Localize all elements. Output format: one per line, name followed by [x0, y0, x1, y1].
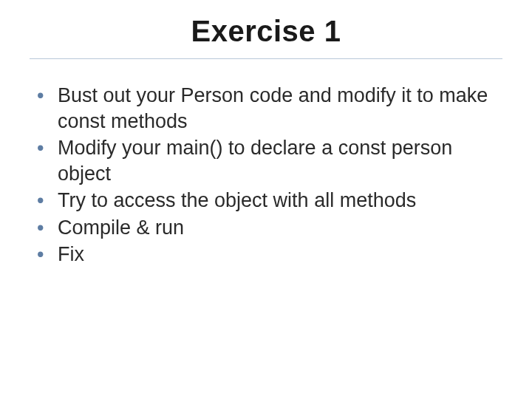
- list-item: Compile & run: [33, 215, 502, 241]
- bullet-list: Bust out your Person code and modify it …: [30, 83, 502, 267]
- list-item: Modify your main() to declare a const pe…: [33, 135, 502, 186]
- list-item: Fix: [33, 242, 502, 267]
- page-title: Exercise 1: [30, 15, 502, 48]
- list-item: Try to access the object with all method…: [33, 188, 502, 214]
- list-item: Bust out your Person code and modify it …: [33, 83, 502, 134]
- title-container: Exercise 1: [30, 15, 502, 59]
- slide: Exercise 1 Bust out your Person code and…: [0, 0, 532, 399]
